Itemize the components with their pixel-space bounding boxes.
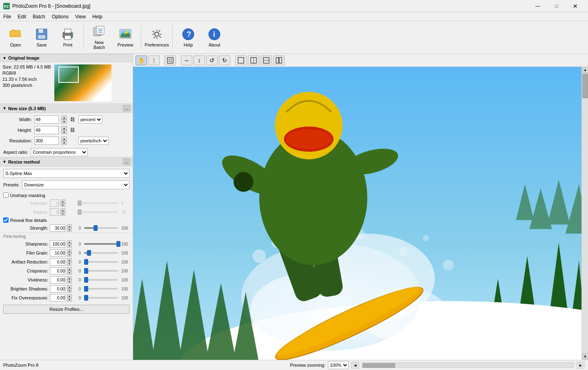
menu-help[interactable]: Help	[89, 12, 106, 21]
overexposure-input[interactable]	[50, 294, 65, 301]
scrollbar-up-arrow[interactable]: ▲	[582, 67, 588, 73]
crispness-track[interactable]	[84, 270, 118, 272]
brighten-spin-down[interactable]: ▾	[67, 289, 72, 292]
compare-view-button[interactable]	[273, 55, 285, 65]
method-select[interactable]: S-Spline Max S-Spline S-Spline XL Lanczo…	[3, 169, 129, 178]
height-spin-up[interactable]: ▴	[61, 126, 67, 130]
brighten-spin-up[interactable]: ▴	[67, 285, 72, 289]
presets-select[interactable]: Downsize Upsize Custom	[22, 180, 129, 189]
split-v-view-button[interactable]	[248, 55, 259, 65]
width-unit-select[interactable]: percent pixels inch cm	[78, 115, 102, 124]
intensity-spin-up[interactable]: ▴	[60, 199, 65, 203]
menu-file[interactable]: File	[0, 12, 14, 21]
artifact-spin-up[interactable]: ▴	[67, 258, 72, 262]
minimize-button[interactable]: —	[528, 0, 547, 12]
width-spin-up[interactable]: ▴	[61, 115, 67, 120]
crispness-spin-down[interactable]: ▾	[67, 271, 72, 275]
filmgrain-spin-down[interactable]: ▾	[67, 253, 72, 257]
vividness-input[interactable]	[50, 276, 65, 284]
unsharp-label[interactable]: Unsharp masking	[10, 193, 45, 198]
filmgrain-spin-up[interactable]: ▴	[67, 249, 72, 253]
preview-zoom-select[interactable]: 100% 50% 200% Fit	[328, 361, 349, 369]
artifact-track[interactable]	[84, 261, 118, 263]
resize-frame-button[interactable]	[165, 55, 176, 65]
help-button[interactable]: ? Help	[176, 23, 200, 52]
hand-tool-button[interactable]: ✋	[136, 55, 147, 65]
intensity-spin-down[interactable]: ▾	[60, 203, 65, 207]
collapse-newsize-arrow[interactable]: ▼	[2, 106, 7, 111]
sharpness-spin-down[interactable]: ▾	[67, 244, 72, 248]
flip-v-button[interactable]: ↕	[194, 55, 205, 65]
resolution-spin-up[interactable]: ▴	[61, 137, 67, 141]
menu-batch[interactable]: Batch	[29, 12, 49, 21]
maximize-button[interactable]: □	[547, 0, 566, 12]
new-batch-button[interactable]: New Batch	[87, 23, 111, 52]
flip-h-button[interactable]: ↔	[181, 55, 192, 65]
overexposure-spin-up[interactable]: ▴	[67, 294, 72, 298]
strength-input[interactable]	[50, 224, 65, 232]
height-input[interactable]	[34, 126, 59, 134]
overexposure-spin-down[interactable]: ▾	[67, 298, 72, 301]
radius-track[interactable]	[78, 211, 118, 213]
filmgrain-input[interactable]	[50, 249, 65, 257]
rotate-ccw-button[interactable]: ↺	[206, 55, 218, 65]
sharpness-input[interactable]	[50, 240, 65, 248]
crispness-spin-up[interactable]: ▴	[67, 267, 72, 271]
scrollbar-down-arrow[interactable]: ▼	[582, 353, 588, 360]
resolution-unit-select[interactable]: pixels/inch pixels/cm	[78, 137, 109, 145]
height-chain-button[interactable]: ⛓	[69, 127, 76, 133]
open-button[interactable]: Open	[3, 23, 28, 52]
resolution-input[interactable]	[34, 137, 59, 145]
resize-profiles-button[interactable]: Resize Profiles...	[3, 305, 129, 314]
scrollbar-thumb[interactable]	[582, 74, 588, 98]
brighten-input[interactable]	[50, 285, 65, 292]
print-button[interactable]: Print	[56, 23, 80, 52]
collapse-method-arrow[interactable]: ▼	[2, 160, 7, 164]
overexposure-track[interactable]	[84, 297, 118, 299]
menu-edit[interactable]: Edit	[14, 12, 29, 21]
reveal-checkbox[interactable]	[3, 217, 9, 223]
menu-view[interactable]: View	[72, 12, 89, 21]
preview-image-container[interactable]: ▲ ▼	[133, 67, 588, 360]
width-input[interactable]	[34, 115, 59, 124]
filmgrain-track[interactable]	[84, 252, 118, 254]
vividness-track[interactable]	[84, 279, 118, 281]
save-button[interactable]: Save	[29, 23, 54, 52]
crispness-input[interactable]	[50, 267, 65, 275]
resolution-spin-down[interactable]: ▾	[61, 141, 67, 145]
brighten-track[interactable]	[84, 288, 118, 290]
menu-options[interactable]: Options	[49, 12, 72, 21]
height-spin-down[interactable]: ▾	[61, 130, 67, 134]
about-button[interactable]: i About	[202, 23, 227, 52]
intensity-track[interactable]	[78, 202, 118, 204]
sharpness-spin-up[interactable]: ▴	[67, 240, 72, 244]
width-chain-button[interactable]: ⛓	[69, 116, 76, 123]
preview-button[interactable]: Preview	[113, 23, 138, 52]
thumbnail-selector[interactable]	[58, 66, 79, 83]
horizontal-scrollbar[interactable]	[362, 362, 574, 368]
new-size-menu-button[interactable]: ...	[123, 105, 130, 111]
strength-spin-down[interactable]: ▾	[67, 228, 72, 232]
resize-method-menu-button[interactable]: ...	[123, 159, 130, 165]
strength-spin-up[interactable]: ▴	[67, 224, 72, 228]
artifact-spin-down[interactable]: ▾	[67, 262, 72, 266]
single-view-button[interactable]	[235, 55, 247, 65]
thumbnail-container[interactable]	[54, 64, 111, 101]
vividness-spin-up[interactable]: ▴	[67, 276, 72, 280]
intensity-input[interactable]	[50, 199, 59, 207]
scroll-left-button[interactable]: ◄	[351, 361, 359, 369]
close-button[interactable]: ✕	[566, 0, 585, 12]
rotate-cw-button[interactable]: ↻	[219, 55, 230, 65]
width-spin-down[interactable]: ▾	[61, 120, 67, 124]
reveal-label[interactable]: Reveal fine details	[10, 218, 47, 223]
artifact-input[interactable]	[50, 258, 65, 266]
vividness-spin-down[interactable]: ▾	[67, 280, 72, 284]
strength-track[interactable]	[84, 227, 118, 229]
scroll-right-button[interactable]: ►	[577, 361, 585, 369]
sharpness-track[interactable]	[84, 243, 118, 245]
split-h-view-button[interactable]	[261, 55, 272, 65]
preview-scrollbar-vertical[interactable]: ▲ ▼	[581, 67, 588, 360]
radius-spin-up[interactable]: ▴	[60, 208, 65, 212]
radius-input[interactable]	[50, 208, 59, 216]
aspect-select[interactable]: Constrain proportions Stretch to fit Fit…	[31, 148, 88, 156]
